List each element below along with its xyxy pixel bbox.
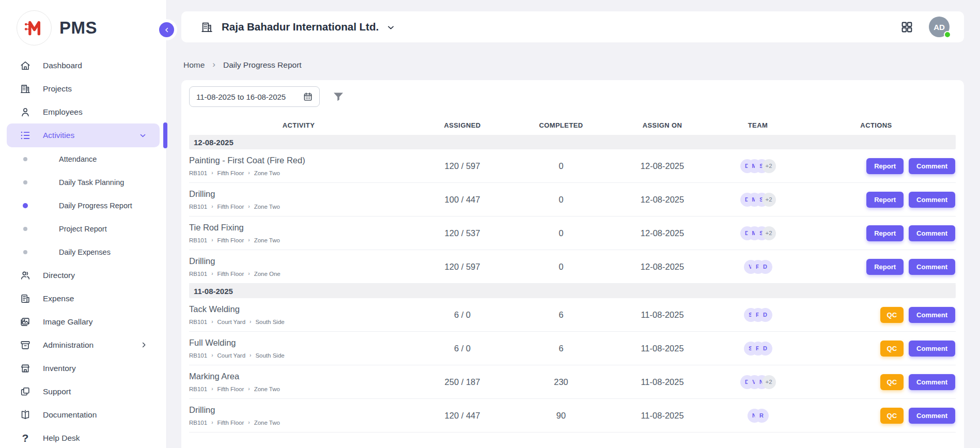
- column-header-assign-on: ASSIGN ON: [605, 121, 719, 129]
- activity-cell: DrillingRB101›Fifth Floor›Zone Two: [189, 400, 408, 431]
- qc-button[interactable]: QC: [880, 307, 904, 323]
- column-header-completed: COMPLETED: [517, 121, 605, 129]
- activity-name: Drilling: [189, 189, 408, 199]
- team-more-chip: +2: [762, 159, 776, 173]
- logo-mark-icon: [17, 10, 52, 45]
- comment-button[interactable]: Comment: [909, 259, 955, 275]
- table-row: DrillingRB101›Fifth Floor›Zone Two100 / …: [189, 183, 956, 217]
- sidebar-item-image-gallary[interactable]: Image Gallary: [0, 310, 166, 333]
- top-header: Raja Bahadur International Ltd. AD: [181, 11, 964, 42]
- list-icon: [20, 130, 31, 141]
- online-status-dot: [944, 31, 951, 38]
- sidebar-subitem-daily-expenses[interactable]: Daily Expenses: [0, 240, 166, 264]
- comment-button[interactable]: Comment: [909, 341, 955, 357]
- sidebar-item-administration[interactable]: Administration: [0, 333, 166, 357]
- comment-button[interactable]: Comment: [909, 192, 955, 208]
- progress-table: ACTIVITYASSIGNEDCOMPLETEDASSIGN ONTEAMAC…: [189, 115, 956, 432]
- path-segment: RB101: [189, 420, 207, 426]
- bullet-icon: [23, 227, 27, 231]
- company-selector[interactable]: Raja Bahadur International Ltd.: [222, 21, 379, 33]
- assigned-value: 6 / 0: [408, 310, 517, 320]
- sidebar-item-support[interactable]: Support: [0, 380, 166, 403]
- people-icon: [20, 270, 31, 281]
- sidebar: PMS DashboardProjectsEmployeesActivities…: [0, 0, 167, 448]
- chevron-down-icon[interactable]: [386, 23, 395, 32]
- report-button[interactable]: Report: [866, 158, 904, 174]
- bullet-icon: [23, 157, 27, 161]
- team-cell: VRD: [719, 260, 797, 274]
- sidebar-item-activities[interactable]: Activities: [7, 123, 160, 147]
- report-button[interactable]: Report: [866, 192, 904, 208]
- sidebar-item-employees[interactable]: Employees: [0, 100, 166, 123]
- user-avatar[interactable]: AD: [929, 17, 950, 37]
- image-icon: [20, 316, 31, 328]
- store-icon: [20, 363, 31, 374]
- sidebar-item-label: Employees: [43, 107, 83, 117]
- report-button[interactable]: Report: [866, 259, 904, 275]
- activity-cell: Tack WeldingRB101›Court Yard›South Side: [189, 300, 408, 330]
- report-button[interactable]: Report: [866, 225, 904, 241]
- active-item-accent-bar: [163, 122, 167, 148]
- date-range-input[interactable]: 11-08-2025 to 16-08-2025: [189, 86, 320, 107]
- path-separator-icon: ›: [248, 271, 250, 276]
- column-header-assigned: ASSIGNED: [408, 121, 517, 129]
- comment-button[interactable]: Comment: [909, 225, 955, 241]
- qc-button[interactable]: QC: [880, 408, 904, 424]
- comment-button[interactable]: Comment: [909, 158, 955, 174]
- sidebar-subitem-attendance[interactable]: Attendance: [0, 147, 166, 171]
- assign-on-date: 12-08-2025: [605, 161, 719, 171]
- group-date-header: 11-08-2025: [189, 284, 956, 298]
- comment-button[interactable]: Comment: [909, 307, 955, 323]
- filter-row: 11-08-2025 to 16-08-2025: [189, 86, 956, 107]
- path-segment: South Side: [255, 352, 284, 359]
- qc-button[interactable]: QC: [880, 374, 904, 390]
- path-separator-icon: ›: [250, 352, 251, 358]
- table-row: Full WeldingRB101›Court Yard›South Side6…: [189, 332, 956, 365]
- completed-value: 6: [517, 344, 605, 353]
- date-range-value: 11-08-2025 to 16-08-2025: [196, 92, 298, 101]
- activity-cell: Marking AreaRB101›Fifth Floor›Zone Two: [189, 367, 408, 397]
- sidebar-subitem-label: Daily Progress Report: [59, 202, 132, 210]
- sidebar-item-dashboard[interactable]: Dashboard: [0, 54, 166, 77]
- filter-funnel-icon[interactable]: [332, 90, 345, 103]
- path-separator-icon: ›: [248, 204, 250, 209]
- path-segment: Fifth Floor: [217, 170, 244, 176]
- table-row: Marking AreaRB101›Fifth Floor›Zone Two25…: [189, 365, 956, 399]
- sidebar-item-help-desk[interactable]: ?Help Desk: [0, 426, 166, 448]
- column-header-actions: ACTIONS: [797, 121, 956, 129]
- team-cell: DMS+2: [719, 226, 797, 240]
- sidebar-item-label: Support: [43, 387, 71, 396]
- assigned-value: 120 / 597: [408, 262, 517, 272]
- sidebar-item-inventory[interactable]: Inventory: [0, 357, 166, 380]
- sidebar-subitem-label: Project Report: [59, 225, 107, 233]
- assign-on-date: 12-08-2025: [605, 228, 719, 238]
- path-separator-icon: ›: [211, 271, 213, 276]
- building-icon: [20, 83, 31, 95]
- apps-grid-icon[interactable]: [900, 21, 913, 34]
- table-header-row: ACTIVITYASSIGNEDCOMPLETEDASSIGN ONTEAMAC…: [189, 115, 956, 135]
- comment-button[interactable]: Comment: [909, 408, 955, 424]
- table-row: Tack WeldingRB101›Court Yard›South Side6…: [189, 298, 956, 332]
- sidebar-item-label: Activities: [43, 131, 74, 140]
- actions-cell: ReportComment: [797, 225, 956, 241]
- sidebar-collapse-button[interactable]: [159, 22, 174, 37]
- receipt-icon: [20, 293, 31, 304]
- calendar-icon[interactable]: [303, 91, 313, 102]
- sidebar-item-directory[interactable]: Directory: [0, 264, 166, 287]
- breadcrumb-home[interactable]: Home: [183, 60, 205, 70]
- completed-value: 230: [517, 377, 605, 387]
- qc-button[interactable]: QC: [880, 341, 904, 357]
- sidebar-subitem-project-report[interactable]: Project Report: [0, 217, 166, 240]
- sidebar-item-documentation[interactable]: Documentation: [0, 403, 166, 426]
- comment-button[interactable]: Comment: [909, 374, 955, 390]
- team-member-chip: R: [755, 409, 769, 423]
- sidebar-item-expense[interactable]: Expense: [0, 287, 166, 310]
- activity-name: Drilling: [189, 405, 408, 415]
- actions-cell: QCComment: [797, 307, 956, 323]
- main-area: Raja Bahadur International Ltd. AD Home …: [167, 0, 980, 448]
- sidebar-item-projects[interactable]: Projects: [0, 77, 166, 100]
- sidebar-subitem-daily-progress-report[interactable]: Daily Progress Report: [0, 194, 166, 217]
- sidebar-subitem-daily-task-planning[interactable]: Daily Task Planning: [0, 171, 166, 194]
- completed-value: 0: [517, 161, 605, 171]
- sidebar-subitem-label: Daily Task Planning: [59, 178, 124, 187]
